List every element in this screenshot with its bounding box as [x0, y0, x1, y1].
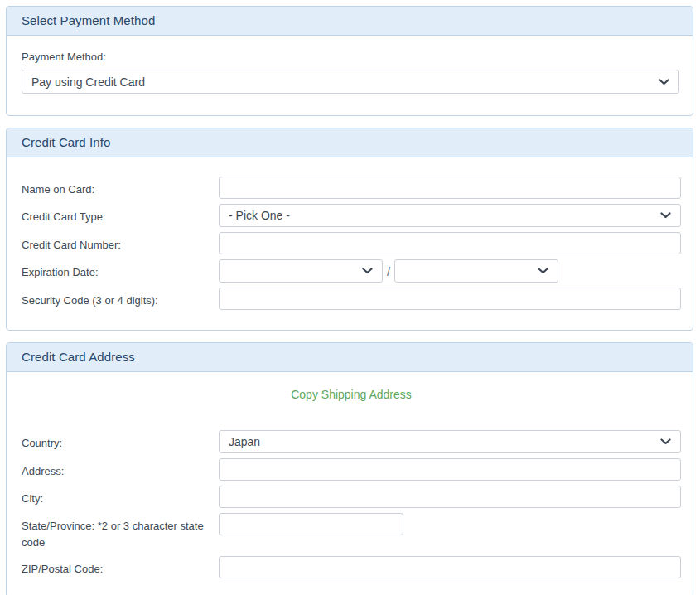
city-label: City: [22, 486, 219, 507]
copy-shipping-address-link[interactable]: Copy Shipping Address [291, 388, 412, 401]
card-number-input[interactable] [219, 232, 681, 254]
credit-card-info-panel-title: Credit Card Info [22, 135, 110, 149]
payment-method-panel-body: Payment Method: Pay using Credit Card [7, 36, 693, 115]
security-code-input[interactable] [219, 288, 681, 310]
credit-card-address-panel-title: Credit Card Address [22, 350, 135, 364]
expiration-separator: / [387, 264, 390, 278]
payment-method-selected-value: Pay using Credit Card [31, 75, 145, 89]
credit-card-info-panel: Credit Card Info Name on Card: Credit Ca… [6, 128, 693, 331]
address-input[interactable] [219, 458, 681, 481]
card-type-row: Credit Card Type: - Pick One - [22, 204, 681, 227]
card-number-row: Credit Card Number: [22, 232, 681, 254]
zip-postal-code-input[interactable] [219, 556, 681, 578]
credit-card-info-panel-header: Credit Card Info [7, 128, 693, 157]
city-input[interactable] [219, 486, 681, 508]
chevron-down-icon [659, 79, 669, 85]
state-province-input[interactable] [219, 513, 403, 535]
country-selected-value: Japan [229, 435, 260, 448]
security-code-label: Security Code (3 or 4 digits): [22, 288, 219, 309]
credit-card-address-panel-body: Copy Shipping Address Country: Japan Add… [7, 372, 693, 595]
copy-shipping-address-row: Copy Shipping Address [22, 387, 681, 402]
chevron-down-icon [538, 268, 548, 274]
credit-card-address-panel-header: Credit Card Address [7, 343, 693, 372]
name-on-card-input[interactable] [219, 177, 681, 199]
payment-method-select[interactable]: Pay using Credit Card [22, 70, 679, 94]
country-row: Country: Japan [22, 430, 681, 453]
country-label: Country: [22, 430, 219, 452]
name-on-card-row: Name on Card: [22, 177, 681, 199]
zip-postal-code-label: ZIP/Postal Code: [22, 556, 219, 578]
payment-method-panel: Select Payment Method Payment Method: Pa… [6, 6, 693, 116]
chevron-down-icon [362, 268, 373, 274]
security-code-row: Security Code (3 or 4 digits): [22, 288, 681, 310]
expiration-month-select[interactable] [219, 259, 383, 283]
payment-method-panel-header: Select Payment Method [7, 7, 693, 36]
card-type-select[interactable]: - Pick One - [219, 204, 681, 227]
card-number-label: Credit Card Number: [22, 232, 219, 254]
chevron-down-icon [660, 212, 671, 219]
expiration-date-row: Expiration Date: / [22, 259, 681, 283]
expiration-date-group: / [219, 259, 558, 283]
state-province-label: State/Province: *2 or 3 character state … [22, 513, 219, 551]
city-row: City: [22, 486, 681, 508]
zip-postal-code-row: ZIP/Postal Code: [22, 556, 681, 578]
expiration-year-select[interactable] [394, 259, 558, 283]
state-province-row: State/Province: *2 or 3 character state … [22, 513, 681, 551]
credit-card-address-panel: Credit Card Address Copy Shipping Addres… [6, 342, 693, 595]
address-label: Address: [22, 458, 219, 480]
credit-card-info-panel-body: Name on Card: Credit Card Type: - Pick O… [7, 157, 693, 330]
chevron-down-icon [660, 438, 671, 445]
name-on-card-label: Name on Card: [22, 177, 219, 198]
payment-method-label: Payment Method: [22, 51, 679, 63]
address-row: Address: [22, 458, 681, 481]
country-select[interactable]: Japan [219, 430, 681, 453]
payment-method-panel-title: Select Payment Method [22, 13, 155, 27]
card-type-selected-value: - Pick One - [229, 209, 290, 222]
card-type-label: Credit Card Type: [22, 204, 219, 225]
expiration-date-label: Expiration Date: [22, 259, 219, 281]
checkout-payment-page: Select Payment Method Payment Method: Pa… [0, 0, 700, 595]
